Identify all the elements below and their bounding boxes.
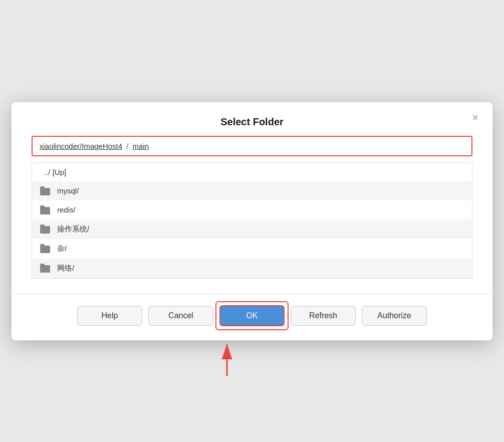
help-button[interactable]: Help [77, 306, 142, 326]
up-label: ../ [Up] [44, 168, 66, 176]
authorize-button[interactable]: Authorize [362, 306, 427, 326]
cancel-button[interactable]: Cancel [148, 306, 213, 326]
folder-icon [40, 205, 51, 214]
dialog-title: Select Folder [220, 116, 284, 127]
dialog-body: xiaolincoder/ImageHost4 / main ../ [Up] … [12, 136, 492, 294]
path-branch-link[interactable]: main [133, 142, 149, 150]
path-bar: xiaolincoder/ImageHost4 / main [32, 136, 472, 156]
list-item[interactable]: redis/ [32, 200, 472, 219]
folder-name: 操作系统/ [57, 225, 89, 234]
list-item[interactable]: 操作系统/ [32, 219, 472, 239]
folder-name: mysql/ [57, 186, 79, 195]
list-item[interactable]: mysql/ [32, 181, 472, 200]
ok-button[interactable]: OK [219, 305, 285, 326]
folder-list: ../ [Up] mysql/ redis/ 操作系统/ [32, 162, 472, 279]
folder-name: redis/ [57, 205, 76, 214]
folder-icon [40, 264, 51, 273]
refresh-button[interactable]: Refresh [291, 306, 356, 326]
folder-icon [40, 225, 51, 234]
list-item[interactable]: 杂/ [32, 239, 472, 259]
list-item[interactable]: 网络/ [32, 259, 472, 278]
path-separator: / [126, 142, 128, 150]
folder-item-up[interactable]: ../ [Up] [32, 163, 472, 181]
folder-name: 杂/ [57, 244, 67, 254]
folder-icon [40, 186, 51, 195]
ok-button-wrapper: OK [219, 305, 285, 326]
dialog: Select Folder × xiaolincoder/ImageHost4 … [12, 102, 492, 340]
dialog-footer: Help Cancel OK Refresh Authorize [12, 294, 492, 340]
path-repo-link[interactable]: xiaolincoder/ImageHost4 [40, 142, 122, 150]
arrow-annotation [212, 338, 242, 378]
dialog-header: Select Folder × [12, 102, 492, 136]
folder-name: 网络/ [57, 264, 74, 273]
close-button[interactable]: × [468, 110, 482, 125]
folder-icon [40, 244, 51, 253]
